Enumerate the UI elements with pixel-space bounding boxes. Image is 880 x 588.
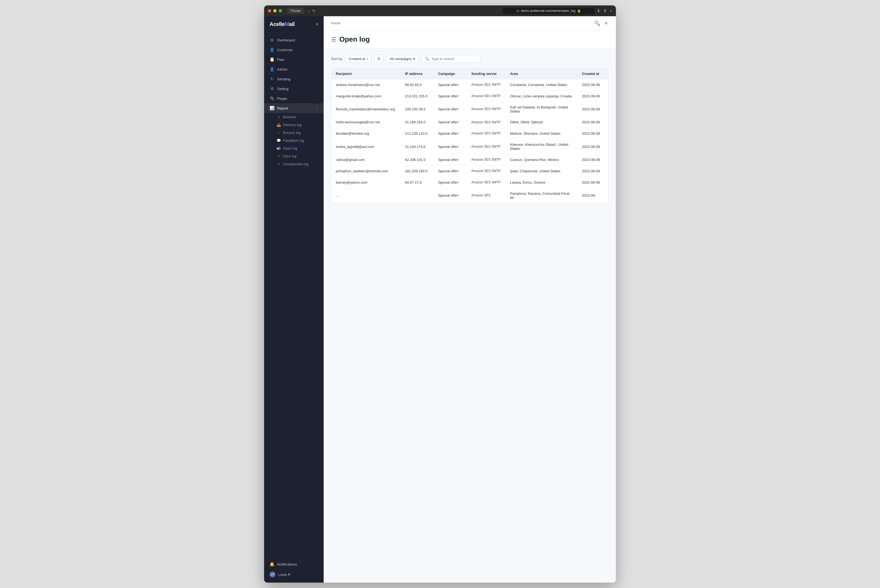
cell-ip: 31.144.173.0 [401,139,434,154]
cell-area: Constanta, Constanta, United States [506,79,578,91]
sidebar-label-notifications: Notifications [277,562,297,566]
filter-toggle-button[interactable]: ⇅ [374,55,383,63]
share-icon[interactable]: ⬆ [604,9,607,13]
col-header-created: Created at [578,68,608,79]
sidebar-item-report[interactable]: 📊 Report ∨ [264,104,324,113]
cell-created: 2022-06-08 [578,165,608,177]
traffic-light-green[interactable] [279,9,282,12]
sidebar-item-open-log[interactable]: 📬 Open log [276,144,324,152]
sidebar-label-delivery-log: Delivery log [283,123,302,127]
cell-campaign: Special offer! [434,188,467,203]
sidebar-label-blacklist: Blacklist [283,115,296,119]
sidebar-item-setting[interactable]: ⚙ Setting › [264,84,324,94]
col-header-campaign: Campaign [434,68,467,79]
sending-chevron: › [317,77,318,81]
download-icon[interactable]: ⬇ [597,9,600,13]
table-row: andree.christmann@cox.net 89.45.83.0 Spe… [332,79,608,91]
sidebar-bottom: 🔔 Notifications › LP Louis P. › [264,556,324,583]
sidebar-item-bounce-log[interactable]: ↩ Bounce log [276,129,324,136]
search-input[interactable] [431,57,477,61]
browser-tab-area: Private ‹ ↻ [287,8,501,14]
cell-campaign: Special offer! [434,128,467,139]
search-icon[interactable]: 🔍 [594,20,600,26]
cell-campaign: Special offer! [434,90,467,102]
browser-urlbar[interactable]: M demo.acellemail.com/admin/open_log 🔒 [503,8,595,14]
sort-chevron: ▾ [367,57,368,60]
sidebar-item-click-log[interactable]: 🖱 Click log [276,152,324,160]
cell-area: Ipala, Chiquimula, United States [506,165,578,177]
sidebar-label-unsubscribe-log: Unsubscribe log [283,162,308,166]
cell-ip: 112.136.110.0 [401,128,434,139]
cell-server: Amazon SES SMTP [467,90,506,102]
cell-recipient: johnathon_wadden@hotmail.com [332,165,401,177]
nav-refresh-btn[interactable]: ↻ [312,9,315,13]
sidebar-item-unsubscribe-log[interactable]: ✉ Unsubscribe log [276,160,324,168]
cell-created: 2022-06-08 [578,128,608,139]
col-header-ip: IP address [401,68,434,79]
main-content: Home 🔍 ☀ ☰ Open log Sort by Created at ▾ [324,16,616,583]
campaigns-chevron: ▾ [413,57,415,61]
sidebar-item-plan[interactable]: 📋 Plan › [264,55,324,64]
cell-recipient: margurite.brake@yahoo.com [332,90,401,102]
cell-area: Dikhil, Dikhil, Djibouti [506,117,578,128]
cell-ip: 181.209.150.0 [401,165,434,177]
sidebar-item-dashboard[interactable]: ⊞ Dashboard [264,35,324,45]
cell-campaign: Special offer! [434,139,467,154]
sidebar-nav: ⊞ Dashboard 👤 Customer › 📋 Plan › 👤 Admi… [264,33,324,556]
table-row: barney@yahoo.com 94.67.17.0 Special offe… [332,177,608,188]
report-chevron: ∨ [316,106,318,110]
cell-campaign: Special offer! [434,154,467,165]
cell-created: 2022-06-08 [578,79,608,91]
search-box[interactable]: 🔍 [421,55,480,63]
sort-button[interactable]: Created at ▾ [345,55,371,63]
cell-recipient: tlembke@lembke.org [332,128,401,139]
sidebar-item-customer[interactable]: 👤 Customer › [264,45,324,55]
cell-area: Cancun, Quintana Roo, Mexico [506,154,578,165]
sidebar-label-bounce-log: Bounce log [283,130,300,135]
logo: AcelleMail [270,21,295,27]
cell-area: Matsue, Shimane, United States [506,128,578,139]
sidebar-label-open-log: Open log [283,146,297,150]
nav-back-btn[interactable]: ‹ [308,9,309,13]
traffic-light-red[interactable] [268,9,271,12]
theme-icon[interactable]: ☀ [604,20,608,26]
unsubscribe-log-icon: ✉ [276,162,281,166]
tab-label: Private [291,9,300,13]
sidebar-toggle-icon[interactable]: ≡ [316,22,318,27]
traffic-light-yellow[interactable] [273,9,276,12]
sidebar-item-sending[interactable]: ↻ Sending › [264,74,324,84]
sidebar-item-delivery-log[interactable]: 📤 Delivery log [276,121,324,129]
plan-icon: 📋 [270,57,275,62]
sidebar-item-notifications[interactable]: 🔔 Notifications › [264,560,324,569]
campaigns-dropdown-button[interactable]: All campaigns ▾ [386,55,419,63]
cell-created: 2022-06-08 [578,102,608,117]
browser-actions: ⬇ ⬆ + [597,9,612,13]
cell-campaign: Special offer! [434,117,467,128]
sidebar-item-admin[interactable]: 👤 Admin › [264,64,324,74]
dashboard-icon: ⊞ [270,38,275,42]
sidebar-item-plugin[interactable]: 🔌 Plugin › [264,94,324,104]
cell-server: Amazon SES SMTP [467,117,506,128]
sidebar-item-user[interactable]: LP Louis P. › [264,569,324,580]
sidebar-item-blacklist[interactable]: ⊘ Blacklist [276,113,324,121]
col-header-recipient: Recipient [332,68,401,79]
table-row: margurite.brake@yahoo.com 213.101.155.0 … [332,90,608,102]
cell-ip: 94.67.17.0 [401,177,434,188]
table-row: catina@gmail.com 62.208.101.0 Special of… [332,154,608,165]
cell-recipient: ... [332,188,401,203]
new-tab-icon[interactable]: + [610,9,612,13]
table-row: florinda_mackedanz@mackedanz.org 105.192… [332,102,608,117]
cell-area: Otocac, Licko-senjska zupanija, Croatia [506,90,578,102]
notifications-chevron: › [317,562,318,566]
sidebar-item-feedback-log[interactable]: 💬 Feedback log [276,136,324,144]
cell-campaign: Special offer! [434,177,467,188]
campaigns-value: All campaigns [390,57,411,61]
browser-window: Private ‹ ↻ M demo.acellemail.com/admin/… [264,5,616,583]
browser-tab[interactable]: Private [287,8,304,14]
table-row: toshia_lippoldt@aol.com 31.144.173.0 Spe… [332,139,608,154]
user-chevron: › [317,573,318,576]
cell-area: Pamplona, Navarra, Comunidad Foral de [506,188,578,203]
cell-ip: 105.192.39.0 [401,102,434,117]
table-header-row: Recipient IP address Campaign Sending se… [332,68,608,79]
cell-recipient: florinda_mackedanz@mackedanz.org [332,102,401,117]
